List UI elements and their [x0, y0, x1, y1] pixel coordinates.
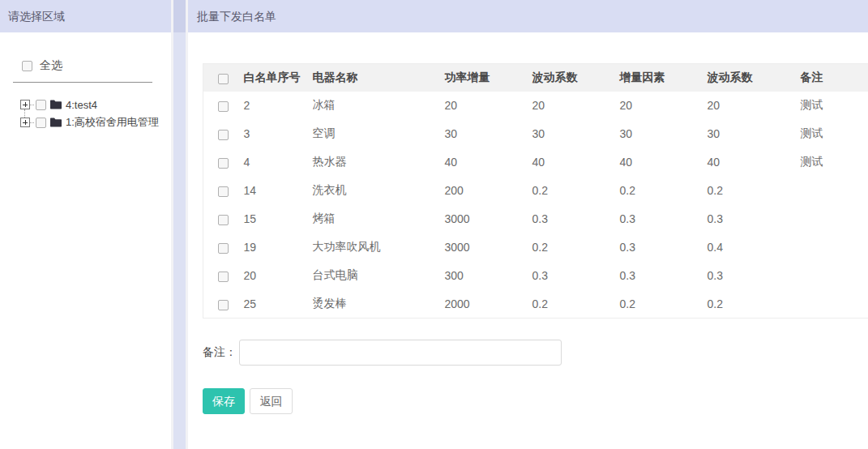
table-cell: 40 [708, 148, 801, 177]
row-checkbox-cell [203, 233, 244, 262]
table-cell: 热水器 [313, 148, 445, 177]
table-cell: 烤箱 [313, 205, 445, 233]
column-header: 白名单序号 [244, 64, 313, 92]
column-header: 增量因素 [620, 64, 708, 92]
row-checkbox-cell [203, 205, 244, 233]
table-cell: 19 [244, 233, 313, 262]
table-cell: 2000 [445, 290, 532, 319]
table-cell: 0.3 [620, 262, 708, 290]
gutter-strip [173, 0, 186, 449]
table-cell [801, 233, 868, 262]
table-cell: 台式电脑 [313, 262, 445, 290]
tree-node-label[interactable]: 4:test4 [66, 99, 97, 111]
table-row: 3空调30303030测试 [203, 120, 868, 148]
table-row: 14洗衣机2000.20.20.2 [203, 177, 868, 205]
row-checkbox[interactable] [218, 158, 229, 169]
tree-node: 1:高校宿舍用电管理 [20, 113, 171, 131]
whitelist-table: 白名单序号电器名称功率增量波动系数增量因素波动系数备注 2冰箱20202020测… [203, 63, 868, 319]
table-cell: 25 [244, 290, 313, 319]
row-checkbox[interactable] [218, 243, 229, 254]
column-header: 备注 [801, 64, 868, 92]
table-cell: 3000 [445, 233, 532, 262]
table-cell: 洗衣机 [313, 177, 445, 205]
row-checkbox[interactable] [218, 215, 229, 225]
table-cell: 烫发棒 [313, 290, 445, 319]
row-checkbox[interactable] [218, 130, 229, 140]
table-body: 2冰箱20202020测试 3空调30303030测试 4热水器40404040… [203, 92, 868, 319]
row-checkbox-cell [203, 177, 244, 205]
table-cell: 14 [244, 177, 313, 205]
row-checkbox-cell [203, 92, 244, 120]
tree-node: 4:test4 [20, 96, 171, 113]
table-cell: 0.2 [620, 290, 708, 319]
table-cell [801, 262, 868, 290]
table-cell [801, 290, 868, 319]
select-all-row: 全选 [22, 58, 171, 73]
table-cell: 0.4 [708, 233, 801, 262]
table-cell: 20 [708, 92, 801, 120]
tree-node-label[interactable]: 1:高校宿舍用电管理 [66, 115, 159, 130]
table-cell: 0.3 [708, 205, 801, 233]
plus-expander-icon[interactable] [20, 118, 30, 127]
table-cell: 0.3 [708, 262, 801, 290]
table-cell: 20 [244, 262, 313, 290]
row-checkbox-cell [203, 290, 244, 319]
table-cell: 30 [620, 120, 708, 148]
row-checkbox[interactable] [218, 272, 229, 282]
table-cell: 40 [445, 148, 532, 177]
save-button[interactable]: 保存 [203, 388, 245, 414]
table-row: 25烫发棒20000.20.20.2 [203, 290, 868, 319]
select-all-checkbox[interactable] [22, 61, 32, 71]
page-title: 批量下发白名单 [188, 0, 868, 32]
column-header: 波动系数 [532, 64, 620, 92]
table-cell: 0.2 [532, 290, 620, 319]
header-checkbox-cell [203, 64, 244, 92]
table-cell: 0.3 [620, 205, 708, 233]
region-sidebar: 请选择区域 全选 4:test4 1:高校宿舍用电管理 [0, 0, 171, 449]
main-content: 白名单序号电器名称功率增量波动系数增量因素波动系数备注 2冰箱20202020测… [188, 32, 868, 414]
tree-node-checkbox[interactable] [36, 118, 46, 128]
back-button[interactable]: 返回 [250, 388, 293, 414]
table-cell: 测试 [801, 92, 868, 120]
tree-node-checkbox[interactable] [36, 100, 46, 110]
row-checkbox-cell [203, 148, 244, 177]
table-cell: 40 [532, 148, 620, 177]
table-cell: 15 [244, 205, 313, 233]
plus-expander-icon[interactable] [20, 100, 30, 109]
select-all-rows-checkbox[interactable] [218, 74, 229, 84]
table-cell: 0.2 [708, 177, 801, 205]
table-cell [801, 177, 868, 205]
table-row: 15烤箱30000.30.30.3 [203, 205, 868, 233]
table-cell: 0.2 [532, 177, 620, 205]
row-checkbox[interactable] [218, 186, 229, 197]
table-cell: 大功率吹风机 [313, 233, 445, 262]
row-checkbox-cell [203, 262, 244, 290]
table-cell: 20 [620, 92, 708, 120]
table-cell: 测试 [801, 148, 868, 177]
table-cell: 20 [532, 92, 620, 120]
column-header: 功率增量 [445, 64, 532, 92]
remark-input[interactable] [239, 340, 562, 366]
table-row: 4热水器40404040测试 [203, 148, 868, 177]
table-cell: 冰箱 [313, 92, 445, 120]
table-cell: 空调 [313, 120, 445, 148]
table-cell: 3 [244, 120, 313, 148]
main-panel: 批量下发白名单 白名单序号电器名称功率增量波动系数增量因素波动系数备注 2冰箱2… [188, 0, 868, 449]
tree-dotted-connector [30, 105, 34, 105]
select-all-label[interactable]: 全选 [40, 58, 62, 73]
tree-dotted-connector [30, 122, 34, 123]
table-cell: 0.3 [532, 205, 620, 233]
remark-row: 备注： [203, 340, 868, 366]
table-cell: 300 [445, 262, 532, 290]
row-checkbox[interactable] [218, 101, 229, 112]
table-cell: 40 [620, 148, 708, 177]
table-cell: 200 [445, 177, 532, 205]
row-checkbox[interactable] [218, 300, 229, 310]
table-cell: 0.3 [620, 233, 708, 262]
panel-gutter [171, 0, 188, 449]
region-tree: 4:test4 1:高校宿舍用电管理 [0, 96, 171, 131]
table-cell: 30 [445, 120, 532, 148]
table-header-row: 白名单序号电器名称功率增量波动系数增量因素波动系数备注 [203, 64, 868, 92]
table-row: 20台式电脑3000.30.30.3 [203, 262, 868, 290]
table-cell: 20 [445, 92, 532, 120]
